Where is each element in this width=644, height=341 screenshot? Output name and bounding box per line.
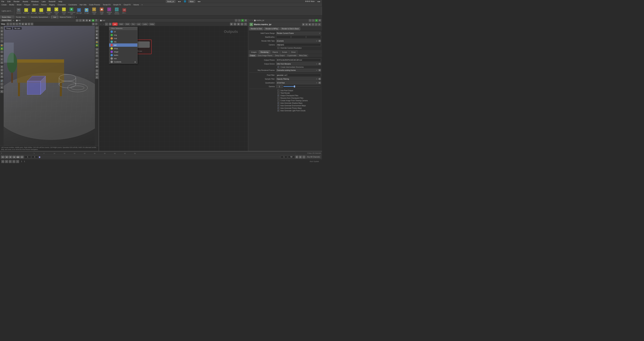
dropdown-stage[interactable]: stage	[109, 50, 137, 53]
menu-redshift[interactable]: Redshift	[48, 0, 56, 2]
menu-help[interactable]: Help	[58, 0, 63, 2]
toolbar-deform[interactable]: Deform	[32, 4, 39, 6]
rs-icon-9[interactable]: ✦	[96, 54, 98, 57]
toolbar-model[interactable]: Model	[16, 4, 22, 6]
vt-icon-rot[interactable]: ↻	[12, 23, 15, 25]
render-to-mplay-btn[interactable]: Render to MPlay	[264, 27, 280, 30]
ne-nav-back[interactable]: ←	[100, 23, 102, 25]
tool-5[interactable]: ⤡	[0, 40, 3, 43]
vt-icon-grid[interactable]: ⊞	[28, 23, 30, 25]
close-material-palette[interactable]: ×	[72, 16, 73, 18]
inc-input[interactable]	[306, 35, 321, 38]
timeline-ruler[interactable]: 1 5 10 15 20 25 30 35 40 45 50	[34, 151, 295, 155]
tool-19[interactable]: 6	[0, 90, 3, 93]
ne-edit-btn[interactable]: Edit	[124, 23, 130, 25]
tool-13[interactable]: ⊟	[0, 68, 3, 71]
persp-label[interactable]: Persp	[5, 27, 12, 30]
rs-icon-4[interactable]: ▣	[96, 36, 98, 39]
resume-checkpoint-checkbox[interactable]	[278, 97, 280, 99]
current-frame-input-2[interactable]: 1	[31, 156, 38, 158]
dropdown-out[interactable]: out	[109, 43, 137, 47]
close-scene-view[interactable]: ×	[12, 16, 12, 18]
shelf-distant-light[interactable]: → Distant Light	[60, 7, 68, 15]
vp-icon-4[interactable]: ⚙	[85, 19, 88, 22]
menu-labs[interactable]: Labs	[41, 0, 46, 2]
tab-scene-view[interactable]: Scene View ×	[0, 15, 14, 18]
rs-icon-13[interactable]: ⬡	[96, 69, 98, 72]
toolbar-rigging[interactable]: Rigging	[48, 4, 56, 6]
ne-content[interactable]: Outputs Other Networks ch img mat	[99, 26, 248, 151]
sample-filter-dropdown[interactable]: Opacity Filtering	[276, 77, 318, 80]
range-end-input[interactable]: 50	[288, 156, 295, 158]
tab-images[interactable]: Images	[249, 50, 258, 54]
auto-photon-maps-checkbox[interactable]	[278, 107, 280, 109]
subtab-extra-image-planes[interactable]: Extra Image Planes	[256, 54, 274, 57]
shelf-portal-light[interactable]: ⬤ Portal Light	[98, 7, 105, 15]
ne-nav-r2[interactable]: ⊟	[234, 23, 236, 26]
rs-icon-12[interactable]: ⊠	[96, 65, 98, 68]
3d-scene[interactable]: Persp No cam	[4, 26, 95, 146]
sample-filter-icon[interactable]: ▼	[318, 78, 321, 80]
shelf-sky-light[interactable]: ☀ Sky Light	[75, 7, 83, 15]
timeline-slider[interactable]	[39, 156, 280, 158]
ne-add-btn[interactable]: Add	[118, 23, 124, 25]
status-icon-4[interactable]: ●	[12, 160, 16, 163]
tab-geometry-spreadsheet[interactable]: Geometry Spreadsheet ×	[29, 15, 52, 18]
close-geometry-spreadsheet[interactable]: ×	[49, 16, 50, 18]
dropdown-mat[interactable]: mat	[109, 37, 137, 40]
toolbar-modify[interactable]: Modify	[8, 4, 15, 6]
shelf-point-light[interactable]: ● Point Light	[22, 7, 30, 15]
tool-16[interactable]: 🔊	[0, 79, 3, 82]
vp-icon-1[interactable]: ←	[76, 19, 78, 22]
workspace-label[interactable]: Main	[188, 0, 195, 3]
create-image-viewing-checkbox[interactable]	[278, 99, 280, 101]
shelf-tab-lights[interactable]: Lights and C...	[1, 10, 13, 12]
vt-icon-sel[interactable]: ↖	[6, 23, 9, 25]
playback-play[interactable]: ▶	[12, 156, 16, 158]
toolbar-characters[interactable]: Characters	[57, 4, 66, 6]
auto-light-point-clouds-checkbox[interactable]	[278, 110, 280, 112]
ne-nav-home[interactable]: ⌂	[105, 23, 108, 26]
tool-6[interactable]: 🔒	[0, 44, 3, 47]
tool-7[interactable]: 🔒	[0, 47, 3, 50]
mt-icon-4[interactable]: ?	[312, 23, 314, 26]
toolbar-cloud-fx[interactable]: Cloud FX	[123, 4, 132, 6]
vt-icon-vis[interactable]: ◐	[22, 23, 24, 25]
auto-shadow-maps-checkbox[interactable]	[278, 102, 280, 104]
vt-icon-cam[interactable]: 📷	[18, 23, 21, 25]
gamma-slider-handle[interactable]	[294, 85, 295, 87]
menu-edit[interactable]: Edit	[7, 0, 11, 2]
tab-scripts[interactable]: Scripts	[280, 50, 289, 54]
mt-icon-2[interactable]: H	[305, 23, 308, 26]
rs-icon-5[interactable]: 🔒	[96, 40, 98, 43]
shelf-ambient-light[interactable]: ○ Ambient Light	[106, 7, 113, 15]
vfr-dropdown[interactable]: Render Current Frame	[276, 32, 321, 35]
rs-icon-8[interactable]: ⊕	[96, 51, 98, 54]
tab-render-view[interactable]: Render View ×	[14, 15, 29, 18]
vp-icon-6[interactable]: ●	[92, 19, 94, 22]
toolbar-texture[interactable]: Texture	[40, 4, 48, 6]
shelf-vr-camera[interactable]: VR VR C...	[120, 7, 128, 15]
rs-icon-2[interactable]: ⊞	[96, 30, 98, 33]
shelf-light-area[interactable]: □ Light Area	[38, 7, 45, 15]
tool-18[interactable]: ⊛	[0, 86, 3, 89]
shelf-environment-light[interactable]: 🌍 Environment Light	[68, 7, 75, 15]
playback-next-frame[interactable]: ▶▶	[16, 156, 20, 158]
shelf-camera[interactable]: 📷 Camera	[15, 7, 22, 15]
sub-pixel-checkbox[interactable]	[278, 89, 280, 91]
toolbar-guide-process[interactable]: Guide Process	[88, 4, 101, 6]
tool-4[interactable]: ↔	[0, 36, 3, 39]
create-intermediate-dirs-checkbox[interactable]	[278, 66, 280, 68]
mt-icon-5[interactable]: i	[315, 23, 318, 26]
shelf-gi-light[interactable]: 💡 GI Light	[83, 7, 90, 15]
ne-help-btn[interactable]: Help	[149, 23, 155, 25]
tool-11[interactable]: ◎	[0, 61, 3, 64]
props-icon-3[interactable]: ⚙	[318, 19, 321, 22]
playback-to-end[interactable]: ⏭	[20, 156, 24, 158]
timeline-slider-handle[interactable]	[39, 156, 40, 158]
status-icon-5[interactable]: ≡	[16, 160, 19, 163]
toolbar-volume[interactable]: Volume	[132, 4, 140, 6]
ne-nav-gear[interactable]: ⚙	[109, 23, 112, 26]
toolbar-terrain-fx[interactable]: Terrain FX	[102, 4, 111, 6]
toolbar-hair-utils[interactable]: Hair Utils	[79, 4, 88, 6]
